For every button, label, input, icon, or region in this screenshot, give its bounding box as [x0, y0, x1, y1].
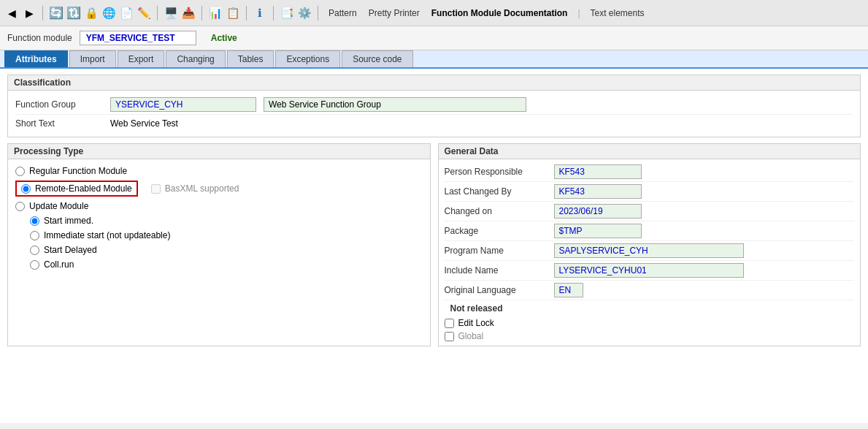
immediate-start-radio[interactable]: [30, 231, 39, 240]
global-checkbox[interactable]: [445, 332, 454, 341]
table-icon[interactable]: 📊: [208, 6, 223, 20]
separator-1: [42, 6, 43, 20]
separator-3: [201, 6, 202, 20]
changed-on-value: 2023/06/19: [554, 204, 642, 219]
text-elements-button[interactable]: Text elements: [586, 7, 649, 20]
separator-2: [157, 6, 158, 20]
sync-icon[interactable]: 🔃: [66, 6, 81, 20]
tab-changing[interactable]: Changing: [166, 50, 225, 67]
changed-on-row: Changed on 2023/06/19: [445, 202, 855, 221]
last-changed-value: KF543: [554, 184, 642, 199]
program-name-row: Program Name SAPLYSERVICE_CYH: [445, 241, 855, 261]
short-text-value: Web Service Test: [110, 117, 526, 130]
start-immed-radio[interactable]: [30, 216, 39, 226]
program-name-label: Program Name: [445, 246, 554, 256]
start-immed-label: Start immed.: [44, 216, 93, 226]
import-icon[interactable]: 📥: [181, 6, 196, 20]
lock-icon[interactable]: 🔒: [84, 6, 99, 20]
start-immed-row: Start immed.: [30, 213, 423, 228]
tab-export[interactable]: Export: [118, 50, 165, 67]
short-text-label: Short Text: [15, 118, 110, 129]
function-group-value: YSERVICE_CYH: [110, 97, 256, 112]
settings-icon[interactable]: ⚙️: [297, 6, 312, 20]
pen-icon[interactable]: ✏️: [137, 6, 151, 20]
separator-6: [318, 6, 318, 20]
forward-icon[interactable]: ▶: [22, 6, 37, 20]
toolbar: ◀ ▶ 🔄 🔃 🔒 🌐 📄 ✏️ 🖥️ 📥 📊 📋 ℹ 📑 ⚙️ Pattern…: [0, 0, 868, 26]
info-icon[interactable]: ℹ: [253, 6, 267, 20]
remote-module-row: Remote-Enabled Module BasXML supported: [15, 178, 423, 199]
last-changed-row: Last Changed By KF543: [445, 182, 855, 202]
person-resp-row: Person Responsible KF543: [445, 162, 855, 182]
include-name-value: LYSERVICE_CYHU01: [554, 263, 744, 278]
short-text-row: Short Text Web Service Test: [15, 115, 853, 132]
person-resp-value: KF543: [554, 164, 642, 179]
back-icon[interactable]: ◀: [4, 6, 19, 20]
edit-lock-label: Edit Lock: [458, 318, 494, 328]
tab-source-code[interactable]: Source code: [342, 50, 412, 67]
regular-module-radio[interactable]: [15, 167, 25, 176]
edit-lock-checkbox[interactable]: [445, 319, 454, 328]
update-module-radio[interactable]: [15, 202, 25, 211]
coll-run-radio[interactable]: [30, 260, 39, 270]
two-col-layout: Processing Type Regular Function Module …: [7, 143, 861, 346]
edit-lock-row: Edit Lock: [445, 316, 855, 330]
not-released-label: Not released: [445, 300, 855, 316]
layout-icon[interactable]: 📋: [226, 6, 240, 20]
globe-icon[interactable]: 🌐: [101, 6, 116, 20]
general-data-body: Person Responsible KF543 Last Changed By…: [439, 159, 861, 346]
status-badge: Active: [211, 33, 237, 43]
last-changed-label: Last Changed By: [445, 186, 554, 197]
remote-module-highlight: Remote-Enabled Module: [15, 181, 138, 197]
basxml-checkbox[interactable]: [151, 184, 161, 194]
function-module-label: Function module: [7, 33, 72, 43]
processing-type-section: Processing Type Regular Function Module …: [7, 143, 431, 346]
start-delayed-row: Start Delayed: [30, 243, 423, 257]
classification-body: Function Group YSERVICE_CYH Web Service …: [8, 91, 860, 137]
start-delayed-radio[interactable]: [30, 246, 39, 255]
package-row: Package $TMP: [445, 221, 855, 241]
document-icon[interactable]: 📄: [119, 6, 134, 20]
original-lang-row: Original Language EN: [445, 281, 855, 300]
classification-title: Classification: [8, 75, 860, 91]
copy-icon[interactable]: 📑: [280, 6, 294, 20]
general-data-section: General Data Person Responsible KF543 La…: [438, 143, 861, 346]
regular-module-row: Regular Function Module: [15, 164, 423, 178]
header-row: Function module YFM_SERVICE_TEST Active: [0, 26, 868, 50]
include-name-label: Include Name: [445, 265, 554, 276]
display-icon[interactable]: 🖥️: [164, 6, 178, 20]
main-content: Classification Function Group YSERVICE_C…: [0, 69, 868, 423]
processing-type-title: Processing Type: [8, 144, 430, 159]
processing-type-body: Regular Function Module Remote-Enabled M…: [8, 159, 430, 276]
package-value: $TMP: [554, 224, 642, 238]
tab-attributes[interactable]: Attributes: [4, 50, 68, 67]
person-resp-label: Person Responsible: [445, 167, 554, 177]
coll-run-label: Coll.run: [44, 259, 74, 270]
original-lang-label: Original Language: [445, 285, 554, 295]
basxml-label: BasXML supported: [165, 183, 239, 194]
start-delayed-label: Start Delayed: [44, 245, 97, 255]
pretty-printer-button[interactable]: Pretty Printer: [364, 7, 424, 20]
function-group-row: Function Group YSERVICE_CYH Web Service …: [15, 95, 853, 115]
pattern-button[interactable]: Pattern: [324, 7, 361, 20]
refresh-icon[interactable]: 🔄: [49, 6, 64, 20]
changed-on-label: Changed on: [445, 206, 554, 216]
regular-module-label: Regular Function Module: [29, 166, 127, 176]
tab-tables[interactable]: Tables: [227, 50, 274, 67]
remote-module-label: Remote-Enabled Module: [35, 183, 132, 194]
func-doc-button[interactable]: Function Module Documentation: [427, 7, 572, 20]
package-label: Package: [445, 226, 554, 236]
program-name-value: SAPLYSERVICE_CYH: [554, 243, 744, 258]
classification-section: Classification Function Group YSERVICE_C…: [7, 75, 861, 137]
coll-run-row: Coll.run: [30, 257, 423, 272]
remote-module-radio[interactable]: [21, 184, 31, 194]
global-label: Global: [458, 331, 484, 341]
separator-5: [273, 6, 274, 20]
separator-4: [246, 6, 247, 20]
function-group-label: Function Group: [15, 99, 110, 110]
tab-import[interactable]: Import: [69, 50, 116, 67]
tab-exceptions[interactable]: Exceptions: [275, 50, 340, 67]
include-name-row: Include Name LYSERVICE_CYHU01: [445, 261, 855, 281]
global-row: Global: [445, 330, 855, 343]
basxml-row: BasXML supported: [151, 181, 239, 197]
